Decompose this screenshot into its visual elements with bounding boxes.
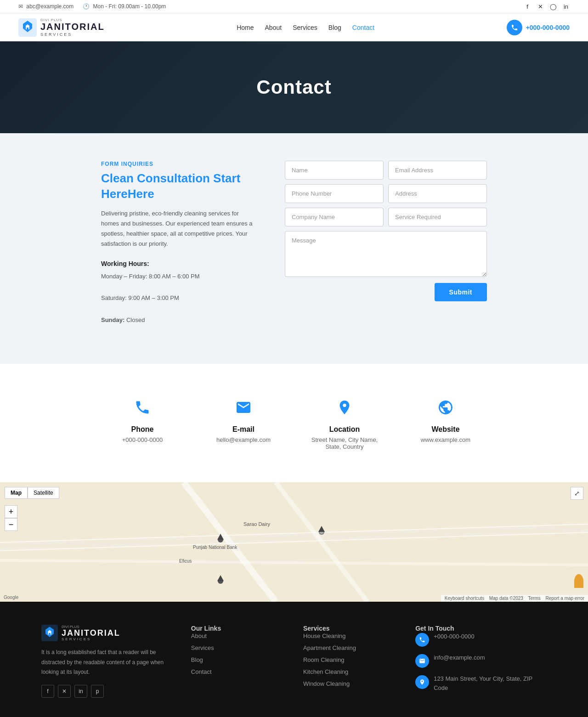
main-nav: Home About Services Blog Contact [237, 24, 374, 31]
footer-our-links-title: Our Links [191, 625, 285, 632]
footer-service-kitchen[interactable]: Kitchen Cleaning [303, 668, 348, 675]
linkedin-icon-top[interactable]: in [562, 3, 570, 10]
email-group [388, 161, 487, 180]
svg-rect-19 [49, 633, 51, 635]
svg-rect-1 [27, 28, 28, 29]
company-group [285, 208, 384, 226]
svg-text:Punjab National Bank: Punjab National Bank [193, 545, 237, 550]
contact-heading-normal: Clean Consultation Start [101, 171, 240, 185]
phone-input[interactable] [285, 184, 384, 203]
hours-info: 🕐 Mon - Fri: 09.00am - 10.00pm [83, 3, 166, 10]
website-card-title: Website [404, 425, 487, 434]
footer-contact-email-value: info@example.com [434, 653, 485, 662]
form-row-1 [285, 161, 487, 180]
footer-services-list: House Cleaning Apartment Cleaning Room C… [303, 632, 397, 687]
zoom-out-button[interactable]: − [5, 518, 17, 531]
footer-brand: DIVI PLUS JANITORIAL SERVICES It is a lo… [41, 625, 173, 699]
nav-services[interactable]: Services [293, 24, 317, 31]
contact-form: Submit [285, 161, 487, 336]
email-card-title: E-mail [202, 425, 285, 434]
map-type-bar: Map Satellite [5, 487, 59, 499]
header-phone: +000-000-0000 [507, 20, 570, 35]
contact-cards-section: Phone +000-000-0000 E-mail hello@example… [0, 364, 588, 482]
message-textarea[interactable] [285, 231, 487, 277]
contact-description: Delivering pristine, eco-friendly cleani… [101, 209, 257, 249]
name-group [285, 161, 384, 180]
footer-link-contact[interactable]: Contact [191, 668, 212, 675]
logo-sub: SERVICES [40, 32, 105, 37]
address-input[interactable] [388, 184, 487, 203]
footer-service-apartment[interactable]: Apartment Cleaning [303, 644, 356, 651]
email-card-value: hello@example.com [202, 436, 285, 443]
working-hours-mf: Monday – Friday: 8:00 AM – 6:00 PM [101, 271, 257, 282]
footer-twitter-icon[interactable]: ✕ [58, 685, 71, 698]
footer-social: f ✕ in p [41, 685, 173, 698]
footer-contact-email-item: info@example.com [415, 653, 547, 668]
clock-icon: 🕐 [83, 3, 90, 10]
contact-card-phone: Phone +000-000-0000 [92, 387, 193, 459]
email-info: ✉ abc@example.com [18, 3, 74, 10]
footer-link-blog[interactable]: Blog [191, 656, 203, 663]
footer-service-window[interactable]: Window Cleaning [303, 680, 350, 687]
contact-heading-accent: Here [101, 187, 128, 201]
top-bar-left: ✉ abc@example.com 🕐 Mon - Fri: 09.00am -… [18, 3, 166, 10]
facebook-icon-top[interactable]: f [524, 3, 531, 10]
service-input[interactable] [388, 208, 487, 226]
footer-facebook-icon[interactable]: f [41, 685, 54, 698]
map-type-satellite[interactable]: Satellite [28, 487, 59, 499]
footer-pinterest-icon[interactable]: p [91, 685, 104, 698]
website-card-icon [434, 396, 457, 419]
form-row-2 [285, 184, 487, 203]
nav-blog[interactable]: Blog [328, 24, 341, 31]
street-view-pegman[interactable] [574, 574, 583, 588]
contact-section: Form Inquiries Clean Consultation Start … [0, 133, 588, 364]
contact-card-location: Location Street Name, City Name, State, … [294, 387, 395, 459]
nav-home[interactable]: Home [237, 24, 254, 31]
working-hours: Working Hours: Monday – Friday: 8:00 AM … [101, 260, 257, 325]
footer-description: It is a long established fact that a rea… [41, 648, 173, 677]
footer-email-icon [415, 654, 429, 668]
company-input[interactable] [285, 208, 384, 226]
location-card-icon [333, 396, 356, 419]
contact-card-website: Website www.example.com [395, 387, 496, 459]
location-card-title: Location [303, 425, 386, 434]
footer-service-house[interactable]: House Cleaning [303, 632, 346, 639]
footer-linkedin-icon[interactable]: in [74, 685, 87, 698]
footer-get-in-touch: Get In Touch +000-000-0000 info@example.… [415, 625, 547, 699]
footer-contact-address-value: 123 Main Street, Your City, State, ZIP C… [434, 674, 547, 692]
footer-link-services[interactable]: Services [191, 644, 214, 651]
submit-button[interactable]: Submit [435, 283, 487, 301]
map-keyboard-shortcuts[interactable]: Keyboard shortcuts [445, 596, 484, 601]
message-group [285, 231, 487, 278]
instagram-icon-top[interactable]: ◯ [549, 3, 557, 10]
email-icon: ✉ [18, 3, 23, 10]
map-type-map[interactable]: Map [5, 487, 28, 499]
svg-text:Eficus: Eficus [179, 559, 192, 564]
contact-card-email: E-mail hello@example.com [193, 387, 294, 459]
footer-logo: DIVI PLUS JANITORIAL SERVICES [41, 625, 173, 641]
map-terms[interactable]: Terms [528, 596, 541, 601]
footer-links-list: About Services Blog Contact [191, 632, 285, 675]
map-report[interactable]: Report a map error [546, 596, 584, 601]
footer-service-room[interactable]: Room Cleaning [303, 656, 345, 663]
map-expand-button[interactable]: ⤢ [571, 487, 583, 500]
working-hours-sun: Sunday: Closed [101, 315, 257, 325]
address-group [388, 184, 487, 203]
working-hours-sat: Saturday: 9:00 AM – 3:00 PM [101, 293, 257, 303]
footer-link-about[interactable]: About [191, 632, 207, 639]
email-card-icon [232, 396, 255, 419]
name-input[interactable] [285, 161, 384, 180]
email-input[interactable] [388, 161, 487, 180]
phone-icon [507, 20, 522, 35]
logo-name: JANITORIAL [40, 22, 105, 31]
nav-about[interactable]: About [265, 24, 282, 31]
twitter-icon-top[interactable]: ✕ [537, 3, 544, 10]
zoom-in-button[interactable]: + [5, 505, 17, 518]
map-section: Map Satellite + − Sarao Dairy Punjab Nat… [0, 482, 588, 602]
contact-heading: Clean Consultation Start HereHere [101, 171, 257, 202]
nav-contact[interactable]: Contact [352, 24, 374, 31]
phone-card-value: +000-000-0000 [101, 436, 184, 443]
logo[interactable]: DIVI PLUS JANITORIAL SERVICES [18, 18, 105, 37]
footer-contact-title: Get In Touch [415, 625, 547, 632]
map-visual: Sarao Dairy Punjab National Bank Eficus [0, 482, 588, 602]
